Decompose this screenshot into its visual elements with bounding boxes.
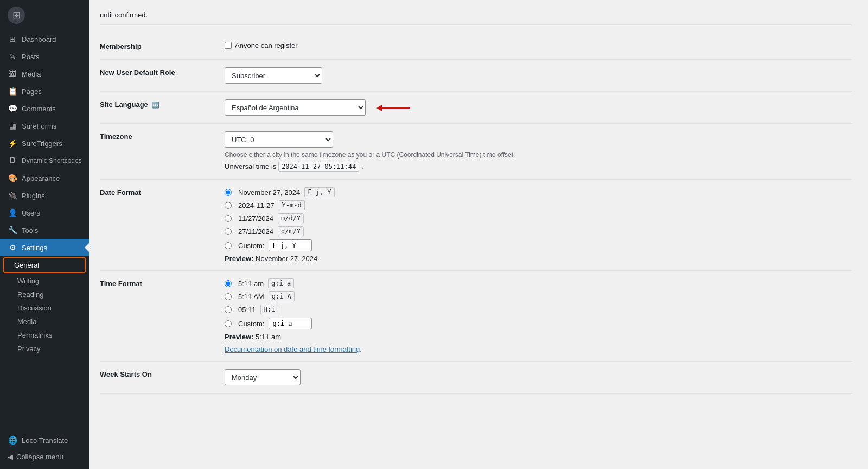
sidebar-item-sureforms[interactable]: ▦ SureForms <box>0 117 89 135</box>
date-format-radio-1[interactable] <box>225 202 232 209</box>
sidebar-item-dynamic-shortcodes[interactable]: D Dynamic Shortcodes <box>0 152 89 169</box>
week-starts-on-select[interactable]: Monday Sunday Saturday <box>225 369 301 385</box>
time-format-radio-2[interactable] <box>225 306 232 313</box>
timezone-row: Timezone UTC+0 UTC-5 UTC+1 Choose either… <box>100 124 852 180</box>
new-user-default-role-row: New User Default Role Subscriber Contrib… <box>100 60 852 92</box>
time-format-preview: Preview: 5:11 am <box>225 333 846 341</box>
week-starts-on-value: Monday Sunday Saturday <box>219 362 852 394</box>
date-format-radio-custom[interactable] <box>225 242 232 249</box>
sidebar-item-plugins[interactable]: 🔌 Plugins <box>0 187 89 204</box>
time-format-code-2: H:i <box>260 305 279 314</box>
collapse-menu-button[interactable]: ◀ Collapse menu <box>0 449 89 465</box>
date-format-label-3: 27/11/2024 <box>238 227 273 236</box>
sureforms-icon: ▦ <box>8 121 17 131</box>
date-format-code-2: m/d/Y <box>278 213 304 223</box>
wp-logo-area: ⊞ <box>0 0 89 30</box>
settings-icon: ⚙ <box>8 243 17 252</box>
sidebar-item-posts[interactable]: ✎ Posts <box>0 48 89 65</box>
date-format-custom-input[interactable] <box>269 239 312 251</box>
site-language-row: Site Language 🔤 Español de Argentina Eng… <box>100 92 852 124</box>
sidebar-item-settings[interactable]: ⚙ Settings <box>0 239 89 256</box>
sidebar-item-comments[interactable]: 💬 Comments <box>0 100 89 117</box>
time-format-option-custom: Custom: <box>225 318 846 329</box>
red-arrow-annotation <box>372 102 416 115</box>
date-format-option-custom: Custom: <box>225 239 846 251</box>
language-settings-icon: 🔤 <box>152 102 159 108</box>
settings-submenu: General Writing Reading Discussion Media… <box>0 256 89 356</box>
sidebar-item-suretriggers[interactable]: ⚡ SureTriggers <box>0 135 89 152</box>
new-user-default-role-select[interactable]: Subscriber Contributor Author Editor Adm… <box>225 67 322 84</box>
submenu-item-discussion[interactable]: Discussion <box>0 301 89 315</box>
submenu-item-reading[interactable]: Reading <box>0 288 89 301</box>
sidebar-item-tools[interactable]: 🔧 Tools <box>0 221 89 239</box>
sidebar-item-pages[interactable]: 📋 Pages <box>0 83 89 100</box>
pages-icon: 📋 <box>8 86 17 96</box>
time-format-label: Time Format <box>100 271 219 362</box>
date-format-option-0: November 27, 2024 F j, Y <box>225 187 846 197</box>
dynamic-shortcodes-icon: D <box>8 156 17 166</box>
date-format-radio-0[interactable] <box>225 189 232 196</box>
time-format-radio-1[interactable] <box>225 293 232 300</box>
time-format-value: 5:11 am g:i a 5:11 AM g:i A 05:11 H:i Cu… <box>219 271 852 362</box>
date-format-radio-2[interactable] <box>225 215 232 222</box>
timezone-value: UTC+0 UTC-5 UTC+1 Choose either a city i… <box>219 124 852 180</box>
submenu-item-writing[interactable]: Writing <box>0 274 89 288</box>
suretriggers-icon: ⚡ <box>8 138 17 148</box>
week-starts-on-row: Week Starts On Monday Sunday Saturday <box>100 362 852 394</box>
time-format-custom-input[interactable] <box>269 318 312 329</box>
truncated-top-text: until confirmed. <box>100 11 852 25</box>
loco-translate-icon: 🌐 <box>8 435 17 445</box>
submenu-item-permalinks[interactable]: Permalinks <box>0 328 89 342</box>
doc-link[interactable]: Documentation on date and time formattin… <box>225 345 360 353</box>
red-arrow-svg <box>372 102 416 115</box>
membership-checkbox-label[interactable]: Anyone can register <box>225 41 846 49</box>
date-format-option-2: 11/27/2024 m/d/Y <box>225 213 846 223</box>
sidebar-item-users[interactable]: 👤 Users <box>0 204 89 221</box>
sidebar-item-media[interactable]: 🖼 Media <box>0 65 89 83</box>
timezone-hint: Choose either a city in the same timezon… <box>225 151 846 159</box>
membership-value: Anyone can register <box>219 34 852 60</box>
sidebar-item-appearance[interactable]: 🎨 Appearance <box>0 169 89 187</box>
general-highlight-box: General <box>3 257 86 273</box>
date-format-label-0: November 27, 2024 <box>238 188 300 197</box>
posts-icon: ✎ <box>8 52 17 61</box>
settings-table: Membership Anyone can register New User … <box>100 34 852 394</box>
sidebar-item-dashboard[interactable]: ⊞ Dashboard <box>0 30 89 48</box>
tools-icon: 🔧 <box>8 225 17 235</box>
date-format-radio-3[interactable] <box>225 228 232 235</box>
users-icon: 👤 <box>8 208 17 218</box>
submenu-item-privacy[interactable]: Privacy <box>0 342 89 356</box>
date-format-label-2: 11/27/2024 <box>238 214 273 223</box>
new-user-default-role-label: New User Default Role <box>100 60 219 92</box>
date-format-label-1: 2024-11-27 <box>238 201 275 210</box>
submenu-item-media[interactable]: Media <box>0 315 89 328</box>
time-format-radio-custom[interactable] <box>225 320 232 327</box>
new-user-default-role-value: Subscriber Contributor Author Editor Adm… <box>219 60 852 92</box>
appearance-icon: 🎨 <box>8 173 17 183</box>
sidebar-bottom: 🌐 Loco Translate ◀ Collapse menu <box>0 432 89 469</box>
date-format-code-0: F j, Y <box>304 187 334 197</box>
time-format-code-0: g:i a <box>268 278 294 288</box>
time-format-doc-link-container: Documentation on date and time formattin… <box>225 345 846 353</box>
membership-label: Membership <box>100 34 219 60</box>
membership-checkbox[interactable] <box>225 42 232 49</box>
time-format-label-1: 5:11 AM <box>238 293 264 301</box>
date-format-label-custom: Custom: <box>238 242 264 250</box>
site-language-select[interactable]: Español de Argentina English (United Sta… <box>225 99 366 116</box>
site-language-label: Site Language 🔤 <box>100 92 219 124</box>
collapse-icon: ◀ <box>8 453 13 461</box>
time-format-radio-0[interactable] <box>225 280 232 287</box>
date-format-code-1: Y-m-d <box>279 200 305 210</box>
sidebar-item-loco-translate[interactable]: 🌐 Loco Translate <box>0 432 89 449</box>
site-language-value: Español de Argentina English (United Sta… <box>219 92 852 124</box>
submenu-item-general[interactable]: General <box>4 258 85 272</box>
date-format-value: November 27, 2024 F j, Y 2024-11-27 Y-m-… <box>219 180 852 271</box>
date-format-option-1: 2024-11-27 Y-m-d <box>225 200 846 210</box>
timezone-select[interactable]: UTC+0 UTC-5 UTC+1 <box>225 131 333 148</box>
time-format-label-2: 05:11 <box>238 306 256 314</box>
time-format-option-0: 5:11 am g:i a <box>225 278 846 288</box>
membership-row: Membership Anyone can register <box>100 34 852 60</box>
plugins-icon: 🔌 <box>8 191 17 200</box>
utc-time-value: 2024-11-27 05:11:44 <box>278 162 359 172</box>
wp-logo-icon: ⊞ <box>8 7 25 24</box>
